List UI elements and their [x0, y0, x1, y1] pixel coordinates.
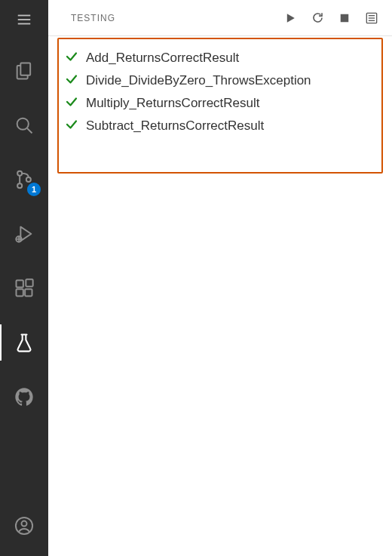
test-item[interactable]: Add_ReturnsCorrectResult [65, 47, 375, 69]
test-name: Subtract_ReturnsCorrectResult [86, 118, 264, 134]
svg-rect-13 [17, 289, 23, 296]
github-tab[interactable] [0, 373, 48, 421]
svg-point-17 [22, 521, 27, 527]
activity-bar: 1 [0, 0, 48, 556]
test-item[interactable]: Subtract_ReturnsCorrectResult [65, 115, 375, 137]
refresh-tests-button[interactable] [308, 8, 327, 28]
stop-icon [338, 11, 351, 25]
panel-actions [280, 8, 381, 28]
pass-icon [65, 72, 78, 89]
test-item[interactable]: Divide_DivideByZero_ThrowsException [65, 69, 375, 92]
svg-rect-14 [25, 289, 32, 296]
pass-icon [65, 95, 78, 112]
hamburger-icon [16, 11, 32, 28]
output-icon [364, 11, 379, 26]
explorer-tab[interactable] [0, 47, 48, 95]
svg-point-7 [17, 183, 22, 188]
stop-tests-button[interactable] [335, 8, 354, 28]
refresh-icon [311, 11, 325, 25]
test-item[interactable]: Multiply_ReturnsCorrectResult [65, 92, 375, 115]
test-name: Add_ReturnsCorrectResult [86, 51, 239, 66]
tests-highlight-box: Add_ReturnsCorrectResult Divide_DivideBy… [57, 38, 383, 174]
play-icon [283, 11, 298, 26]
svg-line-5 [27, 128, 32, 133]
svg-point-8 [26, 177, 31, 182]
beaker-icon [14, 332, 35, 353]
svg-rect-3 [20, 63, 30, 75]
testing-panel: TESTING [48, 0, 392, 556]
testing-tab[interactable] [0, 318, 48, 367]
github-icon [14, 386, 35, 407]
svg-point-6 [17, 171, 22, 176]
source-control-badge: 1 [27, 183, 41, 196]
account-icon [14, 515, 35, 536]
run-tests-button[interactable] [280, 8, 300, 28]
menu-button[interactable] [6, 6, 42, 33]
svg-rect-12 [17, 281, 23, 287]
search-tab[interactable] [0, 101, 48, 149]
source-control-tab[interactable]: 1 [0, 155, 48, 204]
pass-icon [65, 50, 78, 66]
test-name: Multiply_ReturnsCorrectResult [86, 96, 260, 111]
files-icon [14, 60, 35, 81]
extensions-icon [14, 278, 35, 299]
pass-icon [65, 118, 78, 134]
accounts-button[interactable] [0, 502, 48, 550]
svg-rect-18 [341, 14, 349, 22]
panel-body: Add_ReturnsCorrectResult Divide_DivideBy… [48, 36, 392, 556]
extensions-tab[interactable] [0, 264, 48, 312]
svg-point-4 [17, 118, 29, 130]
panel-header: TESTING [48, 0, 392, 36]
debug-icon [14, 223, 35, 244]
run-debug-tab[interactable] [0, 210, 48, 258]
svg-rect-15 [26, 279, 32, 286]
test-name: Divide_DivideByZero_ThrowsException [86, 73, 311, 88]
panel-title: TESTING [71, 13, 115, 23]
search-icon [14, 115, 35, 136]
show-output-button[interactable] [362, 8, 381, 28]
